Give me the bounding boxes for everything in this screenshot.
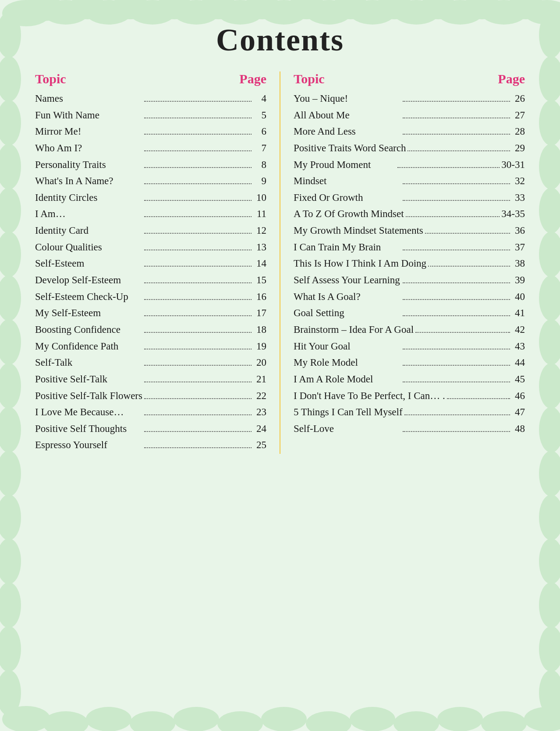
topic-text: More And Less xyxy=(294,124,401,139)
topic-text: I Love Me Because… xyxy=(35,404,142,420)
page-number: 43 xyxy=(512,339,525,354)
svg-point-59 xyxy=(86,707,131,731)
topic-text: Self-Love xyxy=(294,421,401,437)
topic-text: Identity Circles xyxy=(35,190,142,206)
topic-text: Self-Talk xyxy=(35,355,142,371)
dot-leader xyxy=(144,233,252,234)
dot-leader xyxy=(144,101,252,102)
dot-leader xyxy=(403,101,510,102)
dot-leader xyxy=(447,398,510,399)
page-number: 16 xyxy=(253,289,266,305)
topic-text: Mindset xyxy=(294,173,401,189)
topic-text: Fun With Name xyxy=(35,107,142,123)
svg-point-17 xyxy=(372,0,416,19)
svg-point-13 xyxy=(285,0,329,19)
page-number: 41 xyxy=(512,305,525,321)
svg-point-18 xyxy=(393,0,439,25)
page-number: 38 xyxy=(512,256,525,271)
list-item: I Am A Role Model 45 xyxy=(294,371,525,387)
dot-leader xyxy=(428,266,510,267)
dot-leader xyxy=(144,315,252,316)
svg-point-8 xyxy=(174,0,219,25)
dot-leader xyxy=(144,431,252,432)
topic-text: I Am A Role Model xyxy=(294,371,401,387)
dot-leader xyxy=(403,250,510,250)
contents-layout: Topic Page Names 4 Fun With Name 5 Mirro… xyxy=(26,71,534,454)
list-item: Hit Your Goal 43 xyxy=(294,339,525,354)
topic-text: Positive Traits Word Search xyxy=(294,140,406,156)
dot-leader xyxy=(397,167,500,168)
topic-text: A To Z Of Growth Mindset xyxy=(294,206,404,222)
page-number: 6 xyxy=(253,124,266,139)
list-item: Self-Esteem 14 xyxy=(35,256,266,271)
dot-leader xyxy=(144,150,252,151)
list-item: Mirror Me! 6 xyxy=(35,124,266,139)
svg-point-56 xyxy=(539,670,560,716)
page-number: 45 xyxy=(512,371,525,387)
topic-text: What's In A Name? xyxy=(35,173,142,189)
list-item: My Growth Mindset Statements 36 xyxy=(294,223,525,239)
dot-leader xyxy=(403,349,510,349)
topic-text: Positive Self-Talk Flowers xyxy=(35,388,142,404)
svg-point-52 xyxy=(539,495,560,540)
list-item: Positive Self-Talk Flowers 22 xyxy=(35,388,266,404)
svg-point-55 xyxy=(539,626,560,672)
dot-leader xyxy=(144,183,252,184)
dot-leader xyxy=(144,414,252,415)
svg-point-38 xyxy=(0,582,21,628)
list-item: Mindset 32 xyxy=(294,173,525,189)
dot-leader xyxy=(144,398,252,399)
page-number: 24 xyxy=(253,421,266,437)
page-number: 15 xyxy=(253,272,266,288)
svg-point-62 xyxy=(217,711,263,731)
dot-leader xyxy=(144,216,252,217)
svg-point-36 xyxy=(0,495,21,540)
svg-point-16 xyxy=(350,0,395,25)
topic-text: This Is How I Think I Am Doing xyxy=(294,256,426,271)
list-item: Self-Talk 20 xyxy=(35,355,266,371)
page-number: 36 xyxy=(512,223,525,239)
left-col-header: Topic Page xyxy=(35,71,266,86)
list-item: Colour Qualities 13 xyxy=(35,239,266,255)
list-item: Develop Self-Esteem 15 xyxy=(35,272,266,288)
list-item: This Is How I Think I Am Doing 38 xyxy=(294,256,525,271)
svg-point-27 xyxy=(0,100,21,146)
page-number: 26 xyxy=(512,91,525,107)
page-number: 22 xyxy=(253,388,266,404)
list-item: Identity Circles 10 xyxy=(35,190,266,206)
list-item: I Don't Have To Be Perfect, I Can… . 46 xyxy=(294,388,525,404)
svg-point-48 xyxy=(539,319,560,365)
svg-point-35 xyxy=(0,451,21,496)
list-item: 5 Things I Can Tell Myself 47 xyxy=(294,404,525,420)
topic-text: Self Assess Your Learning xyxy=(294,272,401,288)
svg-point-65 xyxy=(350,707,395,731)
topic-text: Self-Esteem xyxy=(35,256,142,271)
svg-point-37 xyxy=(0,538,21,584)
dot-leader xyxy=(144,332,252,333)
svg-point-40 xyxy=(0,670,21,716)
topic-text: Names xyxy=(35,91,142,107)
svg-point-9 xyxy=(196,0,240,19)
dot-leader xyxy=(415,332,510,333)
topic-text: Positive Self-Talk xyxy=(35,371,142,387)
page-number: 7 xyxy=(253,140,266,156)
svg-point-21 xyxy=(460,0,504,19)
topic-text: Colour Qualities xyxy=(35,239,142,255)
svg-point-5 xyxy=(109,0,152,19)
dot-leader xyxy=(403,315,510,316)
page-number: 47 xyxy=(512,404,525,420)
list-item: Fun With Name 5 xyxy=(35,107,266,123)
svg-point-49 xyxy=(539,363,560,409)
list-item: More And Less 28 xyxy=(294,124,525,139)
svg-point-39 xyxy=(0,626,21,672)
topic-text: What Is A Goal? xyxy=(294,289,401,305)
list-item: Positive Self-Talk 21 xyxy=(35,371,266,387)
svg-point-29 xyxy=(0,188,21,233)
topic-text: Personality Traits xyxy=(35,157,142,173)
right-topic-label: Topic xyxy=(294,71,325,86)
svg-point-43 xyxy=(539,100,560,146)
svg-point-47 xyxy=(539,275,560,321)
svg-point-58 xyxy=(43,711,89,731)
svg-point-45 xyxy=(539,188,560,233)
topic-text: Who Am I? xyxy=(35,140,142,156)
